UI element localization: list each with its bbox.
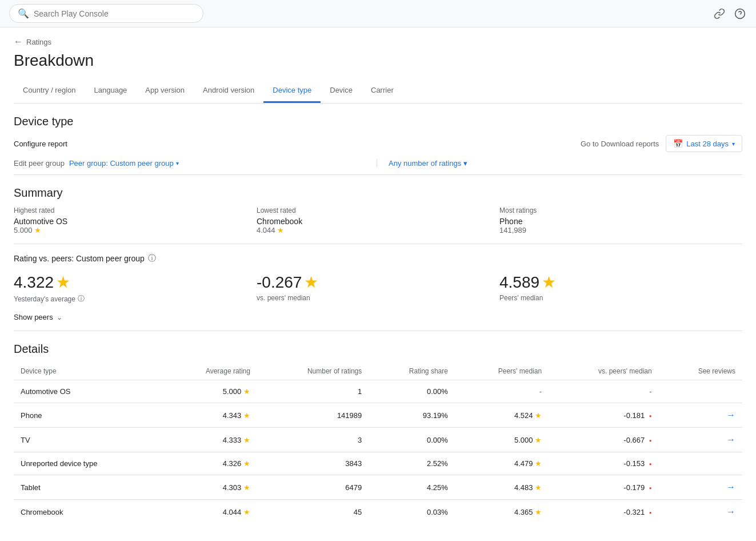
link-icon[interactable] <box>713 7 726 21</box>
peer-group-dropdown-icon: ▾ <box>176 160 179 166</box>
summary-highest-rated: Highest rated Automotive OS 5.000 ★ <box>14 206 257 234</box>
date-range-button[interactable]: 📅 Last 28 days ▾ <box>666 135 742 152</box>
cell-see-reviews[interactable]: → <box>659 428 742 452</box>
details-table: Device type Average rating Number of rat… <box>14 363 742 524</box>
cell-device-type: Tablet <box>14 475 162 500</box>
details-title: Details <box>14 343 742 356</box>
table-row: Chromebook4.044 ★450.03%4.365 ★-0.321 ●→ <box>14 500 742 524</box>
col-vs-peers: vs. peers' median <box>549 363 659 380</box>
show-peers-chevron-icon: ⌄ <box>57 313 62 321</box>
back-arrow-icon: ← <box>14 37 23 47</box>
dash-icon: - <box>539 387 542 396</box>
peer-group-text: Peer group: Custom peer group <box>69 159 174 168</box>
cell-vs-peers: -0.667 ● <box>549 428 659 452</box>
tab-device[interactable]: Device <box>321 79 362 103</box>
star-icon: ★ <box>34 226 41 234</box>
table-row: Phone4.343 ★14198993.19%4.524 ★-0.181 ●→ <box>14 403 742 428</box>
metric-yesterday-avg: 4.322 ★ Yesterday's average ⓘ <box>14 273 257 304</box>
see-reviews-arrow-icon[interactable]: → <box>726 435 735 444</box>
ratings-filter-arrow: ▾ <box>463 159 467 168</box>
tab-carrier[interactable]: Carrier <box>362 79 403 103</box>
cell-num-ratings: 6479 <box>257 475 369 500</box>
col-rating-share: Rating share <box>369 363 455 380</box>
red-dot-icon: ● <box>649 486 652 491</box>
table-row: Automotive OS5.000 ★10.00%-- <box>14 380 742 403</box>
table-row: Unreported device type4.326 ★38432.52%4.… <box>14 452 742 475</box>
tab-app-version[interactable]: App version <box>136 79 194 103</box>
peers-median-star-icon: ★ <box>542 273 556 292</box>
cell-avg-rating: 5.000 ★ <box>162 380 257 403</box>
calendar-icon: 📅 <box>673 139 683 148</box>
metric-vs-peers-value: -0.267 ★ <box>257 273 499 292</box>
show-peers-button[interactable]: Show peers ⌄ <box>14 313 742 321</box>
metric-peers-median-value: 4.589 ★ <box>499 273 742 292</box>
cell-see-reviews[interactable]: → <box>659 500 742 524</box>
breadcrumb-parent[interactable]: Ratings <box>26 38 51 46</box>
peer-group-left: Edit peer group Peer group: Custom peer … <box>14 159 377 168</box>
cell-num-ratings: 141989 <box>257 403 369 428</box>
highest-rated-name: Automotive OS <box>14 217 243 226</box>
cell-vs-peers: -0.181 ● <box>549 403 659 428</box>
go-to-download-link[interactable]: Go to Download reports <box>581 140 659 148</box>
table-row: TV4.333 ★30.00%5.000 ★-0.667 ●→ <box>14 428 742 452</box>
divider-1 <box>14 244 742 244</box>
lowest-rated-name: Chromebook <box>257 217 486 226</box>
tab-country[interactable]: Country / region <box>14 79 85 103</box>
top-nav: 🔍 <box>0 0 756 27</box>
metric-yesterday-avg-value: 4.322 ★ <box>14 273 257 292</box>
yesterday-info-icon[interactable]: ⓘ <box>78 294 85 304</box>
red-dot-icon: ● <box>649 438 652 443</box>
see-reviews-arrow-icon[interactable]: → <box>726 482 735 492</box>
cell-rating-share: 2.52% <box>369 452 455 475</box>
see-reviews-arrow-icon[interactable]: → <box>726 507 735 516</box>
cell-device-type: Chromebook <box>14 500 162 524</box>
lowest-rated-value: 4.044 ★ <box>257 226 486 234</box>
tab-android-version[interactable]: Android version <box>194 79 263 103</box>
metric-peers-median: 4.589 ★ Peers' median <box>499 273 742 304</box>
cell-vs-peers: -0.153 ● <box>549 452 659 475</box>
dash-icon-2: - <box>649 387 651 396</box>
help-icon[interactable] <box>733 7 747 21</box>
search-bar[interactable]: 🔍 <box>9 4 203 23</box>
rating-vs-peers-title: Rating vs. peers: Custom peer group ⓘ <box>14 253 742 264</box>
show-peers-label: Show peers <box>14 313 53 321</box>
highest-rated-label: Highest rated <box>14 206 243 214</box>
avg-star-icon: ★ <box>56 273 70 292</box>
cell-rating-share: 4.25% <box>369 475 455 500</box>
cell-avg-rating: 4.303 ★ <box>162 475 257 500</box>
peer-group-row: Edit peer group Peer group: Custom peer … <box>14 159 742 175</box>
date-label: Last 28 days <box>686 140 729 148</box>
peer-group-value[interactable]: Peer group: Custom peer group ▾ <box>69 159 179 168</box>
tab-device-type[interactable]: Device type <box>263 79 321 103</box>
cell-device-type: Automotive OS <box>14 380 162 403</box>
summary-title: Summary <box>14 186 742 200</box>
search-input[interactable] <box>34 9 195 18</box>
cell-rating-share: 0.00% <box>369 380 455 403</box>
star-icon-2: ★ <box>277 226 284 234</box>
metric-vs-peers-label: vs. peers' median <box>257 294 499 302</box>
col-num-ratings: Number of ratings <box>257 363 369 380</box>
cell-device-type: TV <box>14 428 162 452</box>
rating-vs-peers-info-icon[interactable]: ⓘ <box>148 253 156 264</box>
ratings-filter-button[interactable]: Any number of ratings ▾ <box>389 159 742 168</box>
divider-2 <box>14 331 742 331</box>
col-see-reviews: See reviews <box>659 363 742 380</box>
summary-lowest-rated: Lowest rated Chromebook 4.044 ★ <box>257 206 499 234</box>
configure-right: Go to Download reports 📅 Last 28 days ▾ <box>581 135 742 152</box>
configure-bar: Configure report Go to Download reports … <box>14 135 742 152</box>
tabs-bar: Country / region Language App version An… <box>14 79 742 104</box>
table-row: Tablet4.303 ★64794.25%4.483 ★-0.179 ●→ <box>14 475 742 500</box>
tab-language[interactable]: Language <box>85 79 137 103</box>
most-ratings-label: Most ratings <box>499 206 729 214</box>
cell-see-reviews[interactable]: → <box>659 475 742 500</box>
see-reviews-arrow-icon[interactable]: → <box>726 410 735 420</box>
red-dot-icon: ● <box>649 462 652 467</box>
cell-see-reviews[interactable]: → <box>659 403 742 428</box>
red-dot-icon: ● <box>649 510 652 515</box>
cell-rating-share: 93.19% <box>369 403 455 428</box>
cell-num-ratings: 45 <box>257 500 369 524</box>
cell-see-reviews <box>659 380 742 403</box>
cell-peers-median: - <box>455 380 549 403</box>
cell-num-ratings: 3 <box>257 428 369 452</box>
page-title: Breakdown <box>14 51 742 70</box>
